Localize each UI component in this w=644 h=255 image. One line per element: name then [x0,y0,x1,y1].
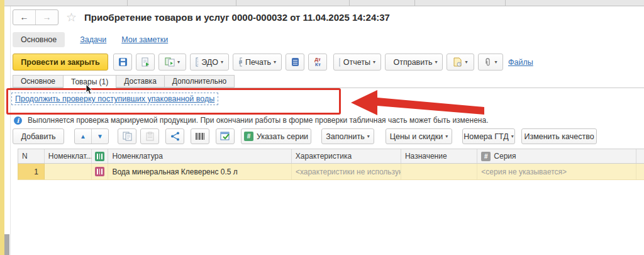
series-hash-icon: # [481,152,491,161]
check-table-button[interactable] [216,128,235,144]
marking-icon [95,167,104,176]
copy-icon [123,132,132,141]
header-purpose[interactable]: Назначение [401,149,477,163]
nav-row: Основное Задачи Мои заметки [13,31,168,48]
files-link[interactable]: Файлы [508,58,533,67]
edo-button[interactable]: ЭДО ▾ [190,54,229,71]
header-stub [636,149,644,163]
reports-icon [339,58,340,67]
form-left-border [10,6,11,255]
forward-icon: → [43,12,52,22]
header-characteristic[interactable]: Характеристика [292,149,401,163]
print-button[interactable]: Печать ▾ [233,54,282,71]
edo-label: ЭДО [201,58,218,67]
barcode-scanner-button[interactable] [191,128,209,144]
register-icon [291,57,299,67]
history-buttons: ← → [13,9,58,25]
reports-button[interactable]: Отчеты ▾ [333,54,381,71]
cell-marking[interactable] [92,164,109,179]
document-clock-icon [453,57,462,67]
print-label: Печать [245,58,271,67]
specify-series-button[interactable]: # Указать серии [241,128,311,144]
left-panel-edge [0,0,4,255]
nav-tab-notes[interactable]: Мои заметки [121,35,168,44]
nav-tab-tasks[interactable]: Задачи [80,35,106,44]
move-row-buttons: ▲ ▼ [74,128,109,144]
tab-additional[interactable]: Дополнительно [164,75,235,88]
move-down-button[interactable]: ▼ [91,129,108,144]
move-up-button[interactable]: ▲ [75,129,91,144]
tab-separator [414,0,415,6]
attachments-button[interactable]: ▾ [478,54,503,71]
cell-series[interactable]: <серия не указывается> [477,164,636,179]
tab-separator [505,0,506,6]
table-toolbar: Добавить ▲ ▼ # Указать серии Заполнить ▾ [13,128,597,145]
dropdown-caret-icon: ▾ [367,134,370,139]
back-button[interactable]: ← [13,10,36,25]
dt-kt-icon: Дт Кт [314,57,321,67]
gtd-numbers-label: Номера ГТД [464,132,508,141]
cell-stub [636,164,644,179]
change-quality-button[interactable]: Изменить качество [521,128,597,144]
app-tab-strip[interactable] [0,0,644,6]
post-document-button[interactable] [136,54,155,71]
favorite-star-icon[interactable]: ☆ [66,11,77,23]
info-icon: i [14,116,22,125]
create-based-on-button[interactable]: ▾ [158,54,186,71]
header-supplier-item[interactable]: Номенклат... [45,149,92,163]
tab-main[interactable]: Основное [13,75,64,88]
annotation-arrow [345,88,489,120]
fill-button[interactable]: Заполнить ▾ [321,128,374,144]
fill-label: Заполнить [326,132,364,141]
copy-row-button[interactable] [118,128,136,144]
cell-purpose[interactable] [401,164,477,179]
marking-icon [95,152,104,161]
dropdown-caret-icon: ▾ [435,60,437,65]
save-button[interactable] [113,54,132,71]
edo-icon [196,57,198,67]
tab-delivery[interactable]: Доставка [116,75,165,88]
paste-icon [145,132,155,141]
cell-characteristic[interactable]: <характеристики не использую... [292,164,401,179]
up-arrow-icon: ▲ [80,133,86,140]
continue-check-link[interactable]: Продолжить проверку поступивших упакован… [11,93,218,105]
prices-discounts-label: Цены и скидки [390,132,443,141]
specify-series-label: Указать серии [257,132,308,141]
dropdown-caret-icon: ▾ [177,60,180,65]
dropdown-caret-icon: ▾ [373,60,375,65]
cell-supplier-item[interactable] [45,164,92,179]
gtd-numbers-button[interactable]: Номера ГТД ▾ [462,128,515,144]
scrollbar-fragment[interactable] [4,234,9,255]
dropdown-caret-icon: ▾ [274,60,276,65]
add-row-button[interactable]: Добавить [13,128,64,144]
prices-discounts-button[interactable]: Цены и скидки ▾ [386,128,452,144]
cell-item[interactable]: Вода минеральная Клеверенс 0.5 л [108,164,291,179]
create-based-on-icon [165,57,175,67]
dropdown-caret-icon: ▾ [465,60,467,65]
header-marking-column[interactable] [92,149,109,163]
document-register-button[interactable] [286,54,304,71]
header-series[interactable]: # Серия [477,149,636,163]
send-button[interactable]: Отправить ▾ [385,54,443,71]
nav-tab-main[interactable]: Основное [13,32,65,47]
reports-label: Отчеты [343,58,370,67]
dropdown-caret-icon: ▾ [511,134,514,139]
forward-button[interactable]: → [36,10,58,25]
dropdown-caret-icon: ▾ [221,60,223,65]
cell-row-number[interactable]: 1 [18,164,45,179]
document-tabs: Основное Товары (1) Доставка Дополнитель… [13,75,234,89]
barcode-icon [195,132,205,141]
dt-kt-button[interactable]: Дт Кт [308,54,327,71]
header-item[interactable]: Номенклатура [108,149,291,163]
save-icon [118,57,128,67]
table-row[interactable]: 1 Вода минеральная Клеверенс 0.5 л <хара… [18,164,644,180]
command-toolbar: Провести и закрыть ▾ ЭДО ▾ Печать ▾ Дт [13,53,533,71]
document-journal-button[interactable]: ▾ [447,54,474,71]
header-row-number[interactable]: N [18,149,45,163]
down-arrow-icon: ▼ [97,133,103,140]
paste-row-button[interactable] [140,128,159,144]
app-window: ← → ☆ Приобретение товаров и услуг 0000-… [0,0,644,255]
send-label: Отправить [394,58,433,67]
share-structure-button[interactable] [165,128,184,144]
post-and-close-button[interactable]: Провести и закрыть [13,54,108,71]
